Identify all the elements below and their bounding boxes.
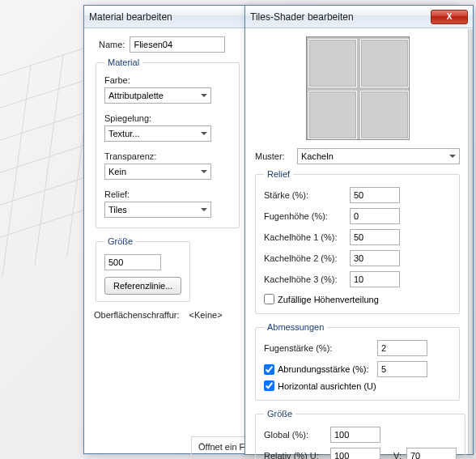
groesse-legend: Größe	[104, 236, 136, 246]
abrund-label: Abrundungsstärke (%):	[278, 364, 369, 374]
close-icon: X	[447, 12, 453, 21]
abrund-check[interactable]	[264, 364, 274, 375]
spiegelung-label: Spiegelung:	[104, 113, 231, 123]
relief-combo[interactable]: Tiles	[104, 202, 211, 218]
muster-label: Muster:	[255, 151, 292, 161]
global-input[interactable]	[330, 427, 380, 443]
referenzlinie-button[interactable]: Referenzlinie...	[104, 277, 181, 295]
kh2-input[interactable]	[350, 250, 400, 266]
kh1-input[interactable]	[350, 229, 400, 245]
window-title: Tiles-Shader bearbeiten	[250, 11, 354, 23]
kh3-input[interactable]	[350, 271, 400, 287]
fugenstaerke-input[interactable]	[377, 340, 427, 356]
transparenz-combo[interactable]: Kein	[104, 164, 211, 180]
staerke-input[interactable]	[350, 187, 400, 203]
muster-combo[interactable]: Kacheln	[297, 148, 460, 164]
v-label: V:	[393, 451, 402, 459]
abmessungen-group: Abmessungen Fugenstärke (%): Abrundungss…	[255, 322, 460, 401]
relativ-v-input[interactable]	[406, 448, 457, 459]
fugenhoehe-label: Fugenhöhe (%):	[264, 211, 350, 221]
groesse-input[interactable]	[104, 254, 161, 270]
zufaellige-label: Zufällige Höhenverteilung	[278, 295, 379, 304]
fugenstaerke-label: Fugenstärke (%):	[264, 343, 377, 353]
kh2-label: Kachelhöhe 2 (%):	[264, 253, 350, 263]
zufaellige-check[interactable]	[264, 294, 274, 304]
relief-legend: Relief	[264, 169, 293, 179]
relativ-u-input[interactable]	[330, 448, 380, 459]
material-legend: Material	[104, 57, 142, 67]
material-name-input[interactable]	[130, 36, 225, 53]
transparenz-label: Transparenz:	[104, 151, 231, 161]
abmessungen-legend: Abmessungen	[264, 322, 327, 332]
relief-label: Relief:	[104, 189, 231, 199]
spiegelung-combo[interactable]: Textur...	[104, 125, 211, 142]
material-group: Material Farbe: Attributpalette Spiegelu…	[96, 57, 240, 228]
titlebar-tiles[interactable]: Tiles-Shader bearbeiten X	[245, 6, 473, 28]
fugenhoehe-input[interactable]	[350, 208, 400, 224]
staerke-label: Stärke (%):	[264, 190, 350, 200]
global-label: Global (%):	[264, 430, 325, 440]
kh3-label: Kachelhöhe 3 (%):	[264, 274, 350, 284]
window-title: Material bearbeiten	[89, 11, 172, 23]
oberfl-schraffur-label: Oberflächenschraffur:	[94, 310, 180, 320]
kh1-label: Kachelhöhe 1 (%):	[264, 232, 350, 242]
horizontal-label: Horizontal ausrichten (U)	[278, 381, 376, 391]
tiles-shader-window: Tiles-Shader bearbeiten X Muster: Kachel…	[244, 5, 474, 455]
farbe-combo[interactable]: Attributpalette	[104, 87, 211, 104]
groesse2-group: Größe Global (%): Relativ (%) U: V:	[255, 409, 465, 459]
abrund-input[interactable]	[377, 361, 427, 377]
name-label: Name:	[99, 40, 125, 49]
scrollbar[interactable]	[468, 29, 473, 454]
horizontal-check[interactable]	[264, 380, 274, 391]
relief-group: Relief Stärke (%): Fugenhöhe (%): Kachel…	[255, 169, 460, 314]
tiles-preview	[306, 36, 410, 140]
oberfl-schraffur-value: <Keine>	[189, 310, 223, 320]
farbe-label: Farbe:	[104, 75, 231, 85]
relativ-label: Relativ (%) U:	[264, 451, 325, 459]
close-button[interactable]: X	[431, 10, 468, 24]
groesse-group: Größe Referenzlinie...	[96, 236, 190, 302]
groesse2-legend: Größe	[264, 409, 295, 419]
